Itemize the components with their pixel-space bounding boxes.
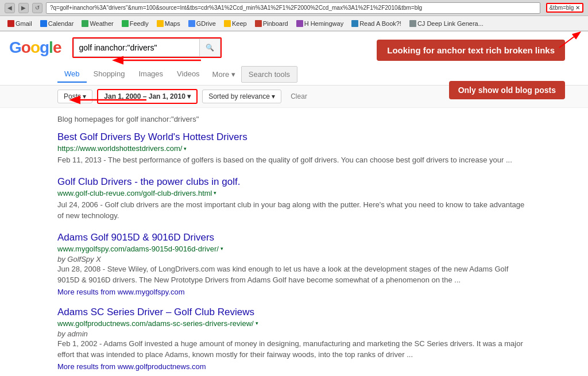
result-meta-2: Jul 24, 2006 - Golf club drivers are the… (57, 199, 531, 222)
svg-line-1 (559, 33, 579, 48)
bookmark-gdrive-label: GDrive (196, 20, 216, 27)
result-item: Adams Golf 9015D & 9016D Drivers www.myg… (57, 232, 531, 296)
url-dropdown-1[interactable]: ▾ (184, 146, 187, 152)
gdrive-icon (188, 20, 195, 27)
search-arrow (112, 49, 204, 72)
browser-chrome: ◀ ▶ ↺ &tbm=blg ✕ Gmail Calendar Weather … (0, 0, 588, 32)
tbm-badge[interactable]: &tbm=blg ✕ (546, 3, 583, 13)
bookmark-hemingway-label: H Hemingway (304, 20, 343, 27)
url-dropdown-3[interactable]: ▾ (220, 246, 223, 251)
result-url-2: www.golf-club-revue.com/golf-club-driver… (57, 189, 531, 197)
bookmark-keep[interactable]: Keep (221, 19, 250, 28)
bookmark-gmail[interactable]: Gmail (5, 19, 35, 28)
more-results-3[interactable]: More results from www.mygolfspy.com (57, 288, 531, 296)
result-url-4: www.golfproductnews.com/adams-sc-series-… (57, 319, 531, 328)
google-logo: Google (9, 38, 61, 57)
gmail-icon (7, 20, 14, 27)
bookmark-gmail-label: Gmail (16, 20, 32, 27)
deeplink-icon (409, 20, 416, 27)
read-icon (351, 20, 358, 27)
google-header: Google 🔍 Looking for anchor text rich br… (0, 32, 588, 64)
bookmark-read[interactable]: Read A Book?! (349, 19, 404, 28)
result-title-1[interactable]: Best Golf Drivers By World's Hottest Dri… (57, 131, 531, 143)
by-line-4: by admin (57, 330, 531, 338)
results-container: Blog homepages for golf inanchor:"driver… (0, 108, 588, 376)
bookmark-calendar-label: Calendar (48, 20, 74, 27)
search-options-bar: Posts ▾ Jan 1, 2000 – Jan 1, 2010 ▾ Sort… (0, 86, 588, 108)
sort-filter[interactable]: Sorted by relevance ▾ (202, 90, 281, 103)
bookmark-keep-label: Keep (232, 20, 247, 27)
clear-button[interactable]: Clear (286, 90, 312, 103)
result-url-3: www.mygolfspy.com/adams-9015d-9016d-driv… (57, 245, 531, 253)
result-title-3[interactable]: Adams Golf 9015D & 9016D Drivers (57, 232, 531, 243)
url-dropdown-2[interactable]: ▾ (214, 190, 216, 196)
filter-arrow (69, 91, 149, 108)
result-url-1: https://www.worldshottestdrivers.com/ ▾ (57, 144, 531, 153)
bookmark-maps[interactable]: Maps (154, 19, 183, 28)
bookmark-hemingway[interactable]: H Hemingway (293, 19, 346, 28)
bookmark-feedly-label: Feedly (130, 20, 149, 27)
results-header: Blog homepages for golf inanchor:"driver… (57, 113, 531, 126)
bookmark-deeplink[interactable]: CJ Deep Link Genera... (407, 19, 486, 28)
tbm-arrow (473, 32, 588, 49)
weather-icon (82, 20, 88, 27)
result-title-4[interactable]: Adams SC Series Driver – Golf Club Revie… (57, 307, 531, 318)
result-meta-1: Feb 11, 2013 - The best performance of g… (57, 154, 531, 166)
keep-icon (224, 20, 231, 27)
hemingway-icon (296, 20, 303, 27)
bookmark-calendar[interactable]: Calendar (37, 19, 77, 28)
result-meta-4: Feb 1, 2002 - Adams Golf invested a huge… (57, 338, 531, 361)
result-item: Adams SC Series Driver – Golf Club Revie… (57, 307, 531, 371)
sort-label: Sorted by relevance ▾ (208, 92, 275, 100)
url-dropdown-4[interactable]: ▾ (256, 320, 258, 326)
tab-web[interactable]: Web (57, 66, 87, 83)
bookmark-read-label: Read A Book?! (359, 20, 401, 27)
bookmark-pinboard-label: Pinboard (263, 20, 288, 27)
google-page: Google 🔍 Looking for anchor text rich br… (0, 32, 588, 376)
bookmark-maps-label: Maps (165, 20, 180, 27)
pinboard-icon (255, 20, 262, 27)
back-button[interactable]: ◀ (5, 3, 15, 13)
bookmarks-bar: Gmail Calendar Weather Feedly Maps GDriv… (0, 16, 588, 31)
browser-titlebar: ◀ ▶ ↺ &tbm=blg ✕ (0, 0, 588, 16)
bookmark-gdrive[interactable]: GDrive (185, 19, 219, 28)
result-item: Best Golf Drivers By World's Hottest Dri… (57, 131, 531, 166)
reload-button[interactable]: ↺ (32, 3, 42, 13)
bookmark-feedly[interactable]: Feedly (119, 19, 152, 28)
search-tools-button[interactable]: Search tools (241, 66, 297, 83)
bookmark-pinboard[interactable]: Pinboard (252, 19, 291, 28)
result-meta-3: Jun 28, 2008 - Steve Wiley, of LongDrive… (57, 263, 531, 286)
more-button[interactable]: More ▾ (207, 67, 241, 82)
bookmark-weather-label: Weather (90, 20, 113, 27)
calendar-icon (40, 20, 47, 27)
feedly-icon (122, 20, 129, 27)
result-item: Golf Club Drivers - the power clubs in g… (57, 176, 531, 222)
address-bar[interactable] (46, 2, 540, 14)
by-line-3: by GolfSpy X (57, 255, 531, 263)
result-title-2[interactable]: Golf Club Drivers - the power clubs in g… (57, 176, 531, 188)
bookmark-weather[interactable]: Weather (79, 19, 116, 28)
more-results-4[interactable]: More results from www.golfproductnews.co… (57, 362, 531, 371)
bookmark-deeplink-label: CJ Deep Link Genera... (417, 20, 483, 27)
forward-button[interactable]: ▶ (18, 3, 29, 13)
annotation-bubble-2: Only show old blog posts (449, 81, 565, 99)
maps-icon (157, 20, 164, 27)
